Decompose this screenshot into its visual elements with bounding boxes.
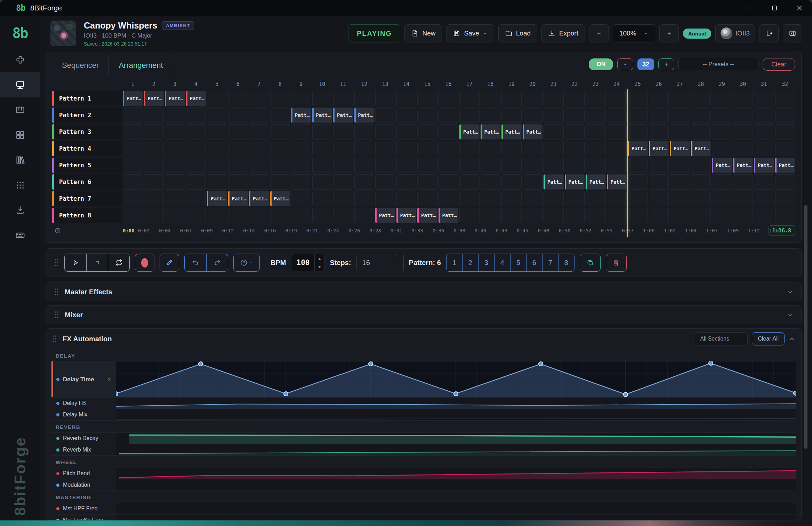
grid-cell[interactable]	[270, 158, 290, 173]
grid-cell[interactable]	[481, 174, 501, 190]
grid-cell[interactable]	[607, 141, 627, 156]
grid-cell[interactable]	[586, 158, 606, 173]
grid-cell[interactable]	[712, 174, 732, 190]
grid-cell[interactable]	[144, 174, 164, 190]
grid-cell[interactable]	[249, 107, 269, 123]
grid-cell[interactable]	[165, 124, 185, 140]
grid-cell[interactable]	[607, 91, 627, 106]
grid-cell[interactable]	[523, 107, 543, 123]
grid-cell[interactable]	[207, 141, 227, 156]
grid-cell[interactable]	[733, 107, 753, 123]
zoom-level-select[interactable]: 100%	[613, 24, 655, 42]
lane-close-icon[interactable]: ×	[107, 376, 111, 383]
grid-cell[interactable]	[375, 107, 395, 123]
pattern-button-4[interactable]: 4	[494, 254, 510, 272]
grid-cell[interactable]	[544, 91, 564, 106]
automation-lane-canvas[interactable]	[116, 468, 796, 479]
sidebar-item-downloads[interactable]	[0, 198, 40, 223]
grid-cell[interactable]	[228, 124, 248, 140]
grid-cell[interactable]	[670, 91, 690, 106]
pattern-row-label[interactable]: Pattern 8	[52, 208, 122, 223]
grid-cell[interactable]	[375, 91, 395, 106]
grid-cell[interactable]	[228, 141, 248, 156]
grid-cell[interactable]	[565, 91, 585, 106]
pattern-block[interactable]: Patt…	[123, 91, 143, 106]
automation-lane-label[interactable]: Mst HPF Freq	[51, 503, 116, 514]
automation-point[interactable]	[198, 361, 203, 366]
grid-cell[interactable]	[649, 91, 669, 106]
pattern-block[interactable]: Patt…	[565, 174, 585, 190]
drag-handle-icon[interactable]	[54, 287, 59, 296]
pattern-row-label[interactable]: Pattern 3	[52, 124, 122, 140]
grid-cell[interactable]	[249, 141, 269, 156]
pattern-block[interactable]: Patt…	[670, 141, 690, 156]
grid-cell[interactable]	[186, 174, 206, 190]
grid-cell[interactable]	[228, 107, 248, 123]
grid-cell[interactable]	[459, 158, 480, 173]
bpm-decrease-button[interactable]: ▼	[315, 263, 324, 271]
grid-cell[interactable]	[733, 208, 753, 223]
grid-cell[interactable]	[628, 208, 648, 223]
grid-cell[interactable]	[291, 124, 311, 140]
grid-cell[interactable]	[165, 174, 185, 190]
grid-cell[interactable]	[481, 91, 501, 106]
logout-button[interactable]	[759, 24, 779, 42]
record-button[interactable]	[135, 254, 154, 272]
load-button[interactable]: Load	[498, 24, 537, 42]
automation-point[interactable]	[283, 391, 288, 396]
sidebar-item-controller[interactable]	[0, 47, 40, 72]
grid-cell[interactable]	[649, 158, 669, 173]
grid-cell[interactable]	[144, 158, 164, 173]
grid-cell[interactable]	[712, 141, 732, 156]
grid-cell[interactable]	[459, 107, 480, 123]
grid-cell[interactable]	[439, 107, 459, 123]
grid-cell[interactable]	[186, 191, 206, 206]
grid-cell[interactable]	[207, 208, 227, 223]
master-effects-section[interactable]: Master Effects	[46, 282, 802, 301]
grid-cell[interactable]	[670, 174, 690, 190]
grid-cell[interactable]	[691, 107, 711, 123]
tab-sequencer[interactable]: Sequencer	[52, 55, 108, 76]
grid-cell[interactable]	[291, 158, 311, 173]
export-button[interactable]: Export	[541, 24, 585, 42]
pattern-block[interactable]: Patt…	[586, 174, 606, 190]
grid-cell[interactable]	[670, 107, 690, 123]
grid-cell[interactable]	[586, 208, 606, 223]
bpm-increase-button[interactable]: ▲	[315, 254, 324, 263]
pattern-row-label[interactable]: Pattern 6	[52, 174, 122, 190]
automation-lane-label[interactable]: Modulation	[51, 479, 116, 491]
grid-cell[interactable]	[754, 141, 774, 156]
grid-cell[interactable]	[775, 107, 795, 123]
steps-input[interactable]	[356, 254, 398, 271]
automation-lane-label[interactable]: Mst LowSh Freq	[51, 515, 116, 520]
drag-handle-icon[interactable]	[51, 334, 57, 343]
grid-cell[interactable]	[249, 91, 269, 106]
grid-cell[interactable]	[165, 158, 185, 173]
bars-increase-button[interactable]: +	[658, 58, 674, 70]
grid-cell[interactable]	[586, 191, 606, 206]
grid-cell[interactable]	[165, 208, 185, 223]
grid-cell[interactable]	[228, 174, 248, 190]
pattern-block[interactable]: Patt…	[439, 208, 459, 223]
grid-cell[interactable]	[417, 107, 437, 123]
grid-cell[interactable]	[354, 91, 375, 106]
grid-cell[interactable]	[775, 191, 795, 206]
pattern-block[interactable]: Patt…	[186, 91, 206, 106]
grid-cell[interactable]	[775, 208, 795, 223]
grid-cell[interactable]	[754, 191, 774, 206]
grid-cell[interactable]	[396, 107, 417, 123]
pattern-block[interactable]: Patt…	[733, 158, 753, 173]
grid-cell[interactable]	[754, 208, 774, 223]
grid-cell[interactable]	[754, 174, 774, 190]
grid-cell[interactable]	[481, 107, 501, 123]
grid-cell[interactable]	[312, 124, 332, 140]
grid-cell[interactable]	[375, 174, 395, 190]
pattern-block[interactable]: Patt…	[396, 208, 417, 223]
grid-cell[interactable]	[207, 91, 227, 106]
grid-cell[interactable]	[691, 208, 711, 223]
grid-cell[interactable]	[291, 141, 311, 156]
grid-cell[interactable]	[691, 191, 711, 206]
grid-cell[interactable]	[123, 158, 143, 173]
grid-cell[interactable]	[459, 208, 480, 223]
grid-cell[interactable]	[649, 174, 669, 190]
